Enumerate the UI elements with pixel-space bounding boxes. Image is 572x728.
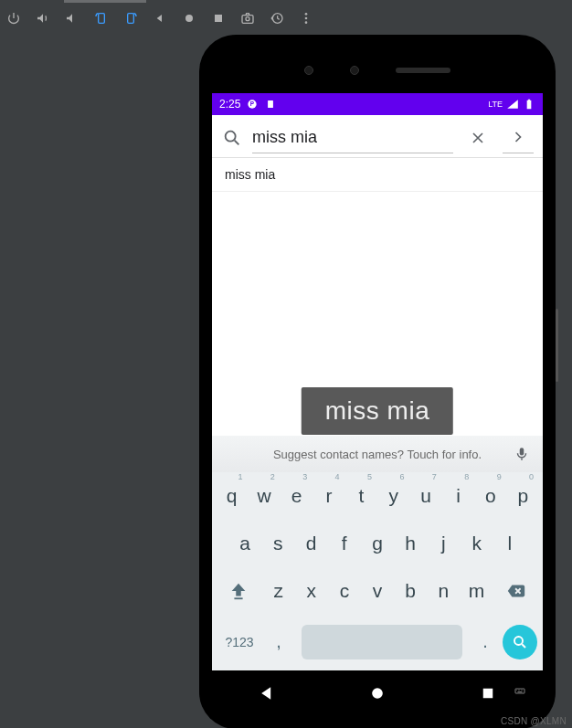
key-o[interactable]: o9 xyxy=(474,478,506,514)
svg-point-9 xyxy=(305,21,308,24)
svg-rect-4 xyxy=(242,16,253,24)
rotate-right-icon[interactable] xyxy=(122,10,139,26)
nav-home-button[interactable] xyxy=(367,683,387,703)
key-h[interactable]: h xyxy=(394,525,427,562)
dot-key[interactable]: . xyxy=(471,622,499,661)
keyboard-row-1: q1w2e3r4t5y6u7i8o9p0 xyxy=(212,472,543,520)
key-m[interactable]: m xyxy=(460,573,493,609)
watermark-text: CSDN @XLMN xyxy=(501,716,567,726)
search-app-bar xyxy=(212,115,543,158)
key-b[interactable]: b xyxy=(394,573,427,609)
debug-icon xyxy=(264,98,277,111)
key-d[interactable]: d xyxy=(294,525,327,562)
shift-key[interactable] xyxy=(216,574,262,608)
space-key[interactable] xyxy=(302,625,462,659)
sensor-icon xyxy=(350,66,359,75)
battery-icon xyxy=(523,98,535,111)
key-g[interactable]: g xyxy=(361,525,394,562)
key-y[interactable]: y6 xyxy=(377,478,409,514)
comma-key[interactable]: , xyxy=(265,622,292,661)
key-n[interactable]: n xyxy=(427,573,460,609)
emulator-toolbar xyxy=(0,0,572,37)
svg-rect-1 xyxy=(128,14,134,24)
search-icon xyxy=(221,128,243,148)
phone-side-button xyxy=(556,309,558,382)
svg-rect-0 xyxy=(99,14,105,24)
svg-rect-17 xyxy=(235,597,243,599)
search-input[interactable] xyxy=(252,122,453,153)
earpiece-speaker xyxy=(396,68,450,73)
phone-screen: 2:25 P LTE xyxy=(212,93,543,670)
submit-icon[interactable] xyxy=(503,122,534,153)
nav-keyboard-switch-icon[interactable] xyxy=(510,683,530,703)
clear-icon[interactable] xyxy=(462,122,493,153)
key-i[interactable]: i8 xyxy=(442,478,474,514)
key-e[interactable]: e3 xyxy=(281,478,312,514)
record-icon[interactable] xyxy=(181,10,197,26)
key-k[interactable]: k xyxy=(461,525,493,562)
key-f[interactable]: f xyxy=(328,525,361,562)
more-icon[interactable] xyxy=(298,10,314,26)
phone-top-bezel xyxy=(212,47,543,93)
back-icon[interactable] xyxy=(152,10,168,26)
svg-text:P: P xyxy=(250,100,255,107)
svg-point-2 xyxy=(185,15,193,22)
phone-body: 2:25 P LTE xyxy=(212,47,543,716)
key-j[interactable]: j xyxy=(427,525,460,562)
mic-icon[interactable] xyxy=(514,446,530,462)
key-p[interactable]: p0 xyxy=(507,478,539,514)
keyboard-row-4: ?123 , . xyxy=(212,615,543,670)
screenshot-icon[interactable] xyxy=(239,10,256,26)
soft-keyboard: Suggest contact names? Touch for info. q… xyxy=(212,436,543,670)
svg-rect-12 xyxy=(268,100,273,108)
key-c[interactable]: c xyxy=(328,573,361,609)
key-x[interactable]: x xyxy=(295,573,328,609)
svg-rect-14 xyxy=(528,100,530,100)
keyboard-row-2: asdfghjkl xyxy=(212,520,543,567)
svg-rect-20 xyxy=(482,689,493,699)
nav-recent-button[interactable] xyxy=(478,683,498,703)
key-q[interactable]: q1 xyxy=(216,478,248,514)
app-badge-icon: P xyxy=(246,98,259,111)
key-u[interactable]: u7 xyxy=(409,478,441,514)
status-clock: 2:25 xyxy=(219,98,240,111)
key-t[interactable]: t5 xyxy=(345,478,377,514)
symbols-key[interactable]: ?123 xyxy=(217,624,261,660)
search-input-wrap xyxy=(252,122,453,153)
power-icon[interactable] xyxy=(5,10,22,26)
volume-up-icon[interactable] xyxy=(35,10,51,26)
phone-frame: 2:25 P LTE xyxy=(199,35,556,728)
backspace-key[interactable] xyxy=(493,574,539,608)
key-r[interactable]: r4 xyxy=(312,478,344,514)
suggestion-bar[interactable]: Suggest contact names? Touch for info. xyxy=(212,436,543,472)
stop-icon[interactable] xyxy=(210,10,227,26)
history-icon[interactable] xyxy=(269,10,285,26)
svg-point-7 xyxy=(305,13,308,16)
svg-point-5 xyxy=(246,17,249,21)
svg-rect-13 xyxy=(527,100,532,109)
status-bar: 2:25 P LTE xyxy=(212,93,543,115)
key-v[interactable]: v xyxy=(361,573,394,609)
toast-message: miss mia xyxy=(302,387,453,435)
keyboard-row-3: zxcvbnm xyxy=(212,567,543,615)
key-s[interactable]: s xyxy=(261,525,294,562)
nav-back-button[interactable] xyxy=(257,683,277,703)
signal-icon xyxy=(506,98,519,111)
key-w[interactable]: w2 xyxy=(248,478,280,514)
enter-key[interactable] xyxy=(503,625,537,659)
svg-point-18 xyxy=(514,637,523,645)
key-l[interactable]: l xyxy=(493,525,526,562)
key-a[interactable]: a xyxy=(228,525,261,562)
android-nav-bar xyxy=(212,670,543,716)
svg-rect-3 xyxy=(215,15,222,22)
volume-down-icon[interactable] xyxy=(64,10,80,26)
rotate-left-icon[interactable] xyxy=(93,10,110,26)
network-label: LTE xyxy=(488,100,503,109)
front-camera-icon xyxy=(304,66,313,75)
svg-point-8 xyxy=(305,17,308,20)
key-z[interactable]: z xyxy=(262,573,295,609)
svg-point-19 xyxy=(372,688,383,699)
svg-point-15 xyxy=(226,132,236,142)
suggestion-hint: Suggest contact names? Touch for info. xyxy=(273,448,482,461)
svg-rect-21 xyxy=(515,689,524,693)
